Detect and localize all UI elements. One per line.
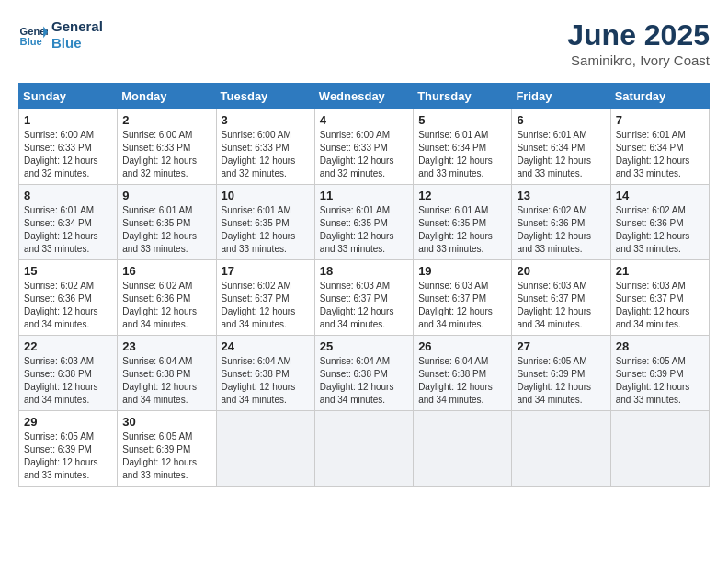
calendar-cell: 11Sunrise: 6:01 AM Sunset: 6:35 PM Dayli… [314, 185, 413, 260]
calendar-cell: 22Sunrise: 6:03 AM Sunset: 6:38 PM Dayli… [19, 336, 118, 411]
day-info: Sunrise: 6:02 AM Sunset: 6:37 PM Dayligh… [222, 280, 310, 331]
day-number: 30 [122, 415, 210, 429]
svg-text:Blue: Blue [20, 36, 42, 47]
month-title: June 2025 [567, 18, 710, 52]
calendar-week-row: 8Sunrise: 6:01 AM Sunset: 6:34 PM Daylig… [19, 185, 710, 260]
calendar-cell: 18Sunrise: 6:03 AM Sunset: 6:37 PM Dayli… [314, 260, 413, 336]
day-info: Sunrise: 6:05 AM Sunset: 6:39 PM Dayligh… [24, 431, 112, 482]
day-info: Sunrise: 6:04 AM Sunset: 6:38 PM Dayligh… [122, 355, 210, 407]
day-info: Sunrise: 6:01 AM Sunset: 6:35 PM Dayligh… [418, 204, 506, 256]
calendar-cell: 17Sunrise: 6:02 AM Sunset: 6:37 PM Dayli… [216, 260, 314, 336]
calendar-cell [414, 411, 512, 487]
day-info: Sunrise: 6:00 AM Sunset: 6:33 PM Dayligh… [222, 129, 310, 180]
day-number: 27 [517, 339, 605, 353]
day-number: 12 [418, 189, 506, 202]
day-number: 24 [222, 339, 310, 353]
logo-general: General [51, 18, 103, 35]
day-info: Sunrise: 6:01 AM Sunset: 6:34 PM Dayligh… [418, 129, 506, 180]
weekday-header-friday: Friday [512, 84, 610, 109]
calendar-cell: 30Sunrise: 6:05 AM Sunset: 6:39 PM Dayli… [118, 411, 216, 487]
day-info: Sunrise: 6:01 AM Sunset: 6:34 PM Dayligh… [24, 204, 112, 256]
day-number: 6 [517, 113, 605, 127]
day-number: 8 [24, 189, 112, 202]
day-number: 15 [24, 264, 112, 278]
day-info: Sunrise: 6:05 AM Sunset: 6:39 PM Dayligh… [517, 355, 605, 407]
calendar-cell: 10Sunrise: 6:01 AM Sunset: 6:35 PM Dayli… [216, 185, 314, 260]
title-block: June 2025 Saminikro, Ivory Coast [567, 18, 710, 68]
calendar-cell [314, 411, 413, 487]
calendar-week-row: 15Sunrise: 6:02 AM Sunset: 6:36 PM Dayli… [19, 260, 710, 336]
calendar-cell: 3Sunrise: 6:00 AM Sunset: 6:33 PM Daylig… [216, 109, 314, 185]
day-number: 11 [320, 189, 408, 202]
calendar-week-row: 29Sunrise: 6:05 AM Sunset: 6:39 PM Dayli… [19, 411, 710, 487]
logo: General Blue General Blue [18, 18, 103, 52]
day-info: Sunrise: 6:01 AM Sunset: 6:35 PM Dayligh… [320, 204, 408, 256]
day-number: 16 [122, 264, 210, 278]
day-info: Sunrise: 6:03 AM Sunset: 6:37 PM Dayligh… [418, 280, 506, 331]
day-number: 25 [320, 339, 408, 353]
location-title: Saminikro, Ivory Coast [567, 52, 710, 68]
day-info: Sunrise: 6:01 AM Sunset: 6:35 PM Dayligh… [222, 204, 310, 256]
calendar-cell: 12Sunrise: 6:01 AM Sunset: 6:35 PM Dayli… [414, 185, 512, 260]
day-number: 1 [24, 113, 112, 127]
day-info: Sunrise: 6:04 AM Sunset: 6:38 PM Dayligh… [320, 355, 408, 407]
calendar-cell: 16Sunrise: 6:02 AM Sunset: 6:36 PM Dayli… [118, 260, 216, 336]
weekday-header-thursday: Thursday [414, 84, 512, 109]
day-info: Sunrise: 6:05 AM Sunset: 6:39 PM Dayligh… [616, 355, 704, 407]
calendar-cell: 1Sunrise: 6:00 AM Sunset: 6:33 PM Daylig… [19, 109, 118, 185]
calendar-cell: 23Sunrise: 6:04 AM Sunset: 6:38 PM Dayli… [118, 336, 216, 411]
day-info: Sunrise: 6:03 AM Sunset: 6:37 PM Dayligh… [320, 280, 408, 331]
calendar-cell: 13Sunrise: 6:02 AM Sunset: 6:36 PM Dayli… [512, 185, 610, 260]
day-number: 18 [320, 264, 408, 278]
calendar-cell: 6Sunrise: 6:01 AM Sunset: 6:34 PM Daylig… [512, 109, 610, 185]
day-info: Sunrise: 6:03 AM Sunset: 6:37 PM Dayligh… [616, 280, 704, 331]
calendar-cell: 26Sunrise: 6:04 AM Sunset: 6:38 PM Dayli… [414, 336, 512, 411]
day-number: 20 [517, 264, 605, 278]
calendar-cell: 2Sunrise: 6:00 AM Sunset: 6:33 PM Daylig… [118, 109, 216, 185]
calendar-week-row: 22Sunrise: 6:03 AM Sunset: 6:38 PM Dayli… [19, 336, 710, 411]
day-info: Sunrise: 6:00 AM Sunset: 6:33 PM Dayligh… [122, 129, 210, 180]
calendar-cell: 5Sunrise: 6:01 AM Sunset: 6:34 PM Daylig… [414, 109, 512, 185]
day-info: Sunrise: 6:03 AM Sunset: 6:38 PM Dayligh… [24, 355, 112, 407]
calendar-cell [216, 411, 314, 487]
day-info: Sunrise: 6:01 AM Sunset: 6:35 PM Dayligh… [122, 204, 210, 256]
calendar-cell: 7Sunrise: 6:01 AM Sunset: 6:34 PM Daylig… [610, 109, 709, 185]
weekday-header-monday: Monday [118, 84, 216, 109]
calendar-cell [512, 411, 610, 487]
day-info: Sunrise: 6:02 AM Sunset: 6:36 PM Dayligh… [616, 204, 704, 256]
day-number: 13 [517, 189, 605, 202]
day-number: 4 [320, 113, 408, 127]
calendar-cell: 21Sunrise: 6:03 AM Sunset: 6:37 PM Dayli… [610, 260, 709, 336]
calendar-table: SundayMondayTuesdayWednesdayThursdayFrid… [18, 83, 710, 487]
page-header: General Blue General Blue June 2025 Sami… [18, 18, 710, 68]
calendar-cell: 27Sunrise: 6:05 AM Sunset: 6:39 PM Dayli… [512, 336, 610, 411]
logo-icon: General Blue [18, 20, 48, 50]
day-number: 9 [122, 189, 210, 202]
logo-blue: Blue [51, 35, 103, 52]
day-number: 5 [418, 113, 506, 127]
weekday-header-saturday: Saturday [610, 84, 709, 109]
calendar-cell: 28Sunrise: 6:05 AM Sunset: 6:39 PM Dayli… [610, 336, 709, 411]
day-number: 7 [616, 113, 704, 127]
weekday-header-sunday: Sunday [19, 84, 118, 109]
day-number: 26 [418, 339, 506, 353]
day-number: 21 [616, 264, 704, 278]
calendar-cell: 14Sunrise: 6:02 AM Sunset: 6:36 PM Dayli… [610, 185, 709, 260]
day-number: 10 [222, 189, 310, 202]
calendar-cell: 19Sunrise: 6:03 AM Sunset: 6:37 PM Dayli… [414, 260, 512, 336]
day-number: 23 [122, 339, 210, 353]
calendar-cell: 15Sunrise: 6:02 AM Sunset: 6:36 PM Dayli… [19, 260, 118, 336]
calendar-week-row: 1Sunrise: 6:00 AM Sunset: 6:33 PM Daylig… [19, 109, 710, 185]
calendar-cell: 8Sunrise: 6:01 AM Sunset: 6:34 PM Daylig… [19, 185, 118, 260]
day-info: Sunrise: 6:01 AM Sunset: 6:34 PM Dayligh… [616, 129, 704, 180]
day-info: Sunrise: 6:01 AM Sunset: 6:34 PM Dayligh… [517, 129, 605, 180]
calendar-cell: 29Sunrise: 6:05 AM Sunset: 6:39 PM Dayli… [19, 411, 118, 487]
day-info: Sunrise: 6:00 AM Sunset: 6:33 PM Dayligh… [320, 129, 408, 180]
day-number: 19 [418, 264, 506, 278]
day-info: Sunrise: 6:03 AM Sunset: 6:37 PM Dayligh… [517, 280, 605, 331]
day-number: 2 [122, 113, 210, 127]
calendar-cell: 25Sunrise: 6:04 AM Sunset: 6:38 PM Dayli… [314, 336, 413, 411]
day-info: Sunrise: 6:02 AM Sunset: 6:36 PM Dayligh… [122, 280, 210, 331]
day-number: 22 [24, 339, 112, 353]
day-info: Sunrise: 6:05 AM Sunset: 6:39 PM Dayligh… [122, 431, 210, 482]
